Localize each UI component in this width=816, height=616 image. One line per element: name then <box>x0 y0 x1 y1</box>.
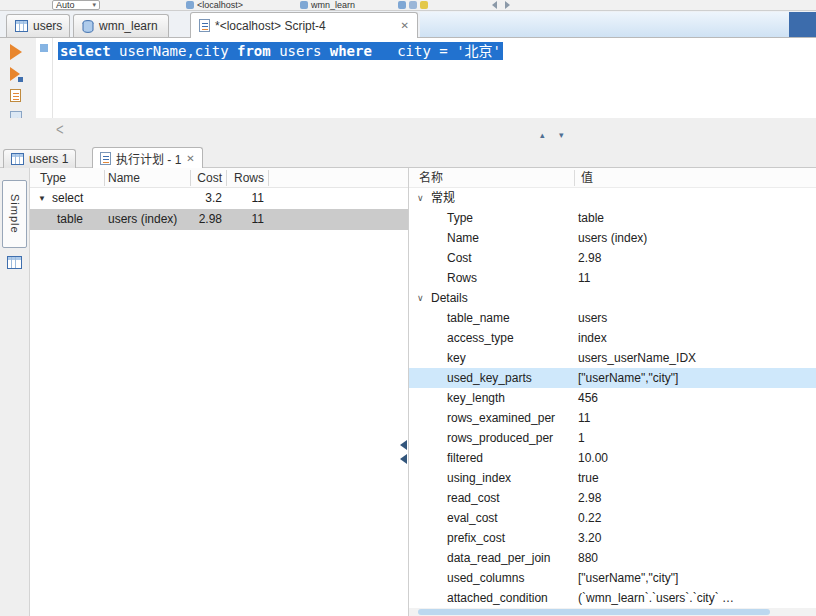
prop-label: used_key_parts <box>447 368 532 388</box>
prop-row[interactable]: prefix_cost 3.20 <box>409 528 816 548</box>
editor-results-sash[interactable]: < ▴ ▾ <box>0 118 816 146</box>
nav-forward-icon[interactable] <box>505 1 510 9</box>
prop-row[interactable]: table_name users <box>409 308 816 328</box>
collapse-left-icon[interactable] <box>400 454 407 464</box>
sql-keyword: from <box>237 43 271 59</box>
run-new-tab-icon[interactable] <box>10 67 20 81</box>
editor-gutter[interactable] <box>36 38 53 118</box>
column-header-name[interactable]: 名称 <box>419 168 443 188</box>
prop-value: 11 <box>578 268 590 288</box>
prop-label: key <box>447 348 466 368</box>
main-toolbar-strip: Auto ▾ <localhost> wmn_learn <box>0 0 816 11</box>
prop-value: users (index) <box>578 228 647 248</box>
plan-row-table[interactable]: table users (index) 2.98 11 <box>30 209 408 230</box>
expand-arrow-icon[interactable]: ▼ <box>38 188 46 209</box>
prop-value: table <box>578 208 604 228</box>
column-header-rows[interactable]: Rows <box>226 168 264 188</box>
tab-label: Simple <box>9 194 21 234</box>
cell-type: table <box>57 209 83 230</box>
toolbar-icons <box>398 0 428 10</box>
prop-row[interactable]: filtered 10.00 <box>409 448 816 468</box>
column-header-name[interactable]: Name <box>108 168 140 188</box>
prop-row[interactable]: access_type index <box>409 328 816 348</box>
tab-label: users 1 <box>29 152 68 166</box>
collapse-left-icon[interactable]: < <box>56 120 64 139</box>
editor-tabbar: users wmn_learn *<localhost> Script-4 ✕ <box>0 11 816 38</box>
schema-combo[interactable]: wmn_learn <box>300 0 355 10</box>
tab-users[interactable]: users <box>6 14 70 37</box>
plan-view-sidebar: Simple <box>0 168 30 616</box>
prop-row-selected[interactable]: used_key_parts ["userName","city"] <box>409 368 816 388</box>
prop-label: access_type <box>447 328 514 348</box>
tab-wmn-learn[interactable]: wmn_learn <box>73 14 169 37</box>
column-separator <box>226 170 227 186</box>
prop-row[interactable]: Type table <box>409 208 816 228</box>
sql-text: userName,city <box>111 43 237 59</box>
collapse-left-icon[interactable] <box>400 440 407 450</box>
scrollbar-thumb[interactable] <box>418 609 770 615</box>
tab-script-4[interactable]: *<localhost> Script-4 ✕ <box>190 12 418 38</box>
connection-combo[interactable]: <localhost> <box>186 0 243 10</box>
panel-splitter[interactable] <box>400 440 407 468</box>
database-icon <box>186 1 194 9</box>
prop-row[interactable]: Name users (index) <box>409 228 816 248</box>
prop-value: 2.98 <box>578 248 601 268</box>
nav-back-icon[interactable] <box>492 1 497 9</box>
prop-row[interactable]: using_index true <box>409 468 816 488</box>
column-header-cost[interactable]: Cost <box>188 168 222 188</box>
tabbar-blue-area <box>420 12 789 37</box>
cell-cost: 3.2 <box>186 188 222 209</box>
prop-value: ["userName","city"] <box>578 568 678 588</box>
tab-label: 执行计划 - 1 <box>116 150 181 167</box>
chevron-down-icon[interactable]: ∨ <box>417 188 424 208</box>
auto-commit-combo[interactable]: Auto ▾ <box>52 0 100 10</box>
horizontal-scrollbar[interactable] <box>409 608 816 616</box>
sql-selected-text[interactable]: select userName,city from users where ci… <box>58 42 503 60</box>
prop-row[interactable]: Rows 11 <box>409 268 816 288</box>
props-group-general[interactable]: ∨ 常规 <box>409 188 816 208</box>
tab-execution-plan[interactable]: 执行计划 - 1 ✕ <box>92 147 203 168</box>
database-icon[interactable] <box>398 1 406 9</box>
prop-row[interactable]: data_read_per_join 880 <box>409 548 816 568</box>
prop-row[interactable]: rows_examined_per 11 <box>409 408 816 428</box>
close-icon[interactable]: ✕ <box>186 153 194 164</box>
prop-row[interactable]: used_columns ["userName","city"] <box>409 568 816 588</box>
column-separator <box>190 170 191 186</box>
prop-label: 常规 <box>431 188 455 208</box>
nav-arrows <box>492 0 510 10</box>
broom-icon[interactable] <box>420 1 428 9</box>
prop-row[interactable]: key_length 456 <box>409 388 816 408</box>
prop-label: rows_examined_per <box>447 408 555 428</box>
prop-row[interactable]: eval_cost 0.22 <box>409 508 816 528</box>
sash-resize-arrows-icon[interactable]: ▴ ▾ <box>540 130 570 140</box>
prop-row[interactable]: read_cost 2.98 <box>409 488 816 508</box>
close-icon[interactable]: ✕ <box>401 20 409 31</box>
tab-users-1[interactable]: users 1 <box>3 149 76 168</box>
prop-row[interactable]: rows_produced_per 1 <box>409 428 816 448</box>
execute-script-icon[interactable] <box>10 89 21 102</box>
prop-label: filtered <box>447 448 483 468</box>
prop-label: attached_condition <box>447 588 548 608</box>
props-header: 名称 值 <box>409 168 816 188</box>
schema-label: wmn_learn <box>311 0 355 10</box>
script-icon <box>199 19 210 32</box>
prop-row[interactable]: key users_userName_IDX <box>409 348 816 368</box>
prop-value: users_userName_IDX <box>578 348 696 368</box>
column-header-value[interactable]: 值 <box>581 168 593 188</box>
chevron-down-icon[interactable]: ∨ <box>417 288 424 308</box>
props-group-details[interactable]: ∨ Details <box>409 288 816 308</box>
grid-view-icon[interactable] <box>7 256 22 269</box>
prop-row[interactable]: Cost 2.98 <box>409 248 816 268</box>
prop-value: true <box>578 468 599 488</box>
prop-value: 3.20 <box>578 528 601 548</box>
sql-editor[interactable]: select userName,city from users where ci… <box>36 38 816 118</box>
prop-row[interactable]: attached_condition (`wmn_learn`.`users`.… <box>409 588 816 608</box>
column-header-type[interactable]: Type <box>40 168 66 188</box>
plan-row-select[interactable]: ▼ select 3.2 11 <box>30 188 408 209</box>
simple-view-tab[interactable]: Simple <box>2 180 27 248</box>
prop-label: using_index <box>447 468 511 488</box>
run-icon[interactable] <box>10 44 22 60</box>
database-icon[interactable] <box>409 1 417 9</box>
prop-value: users <box>578 308 607 328</box>
column-separator <box>104 170 105 186</box>
